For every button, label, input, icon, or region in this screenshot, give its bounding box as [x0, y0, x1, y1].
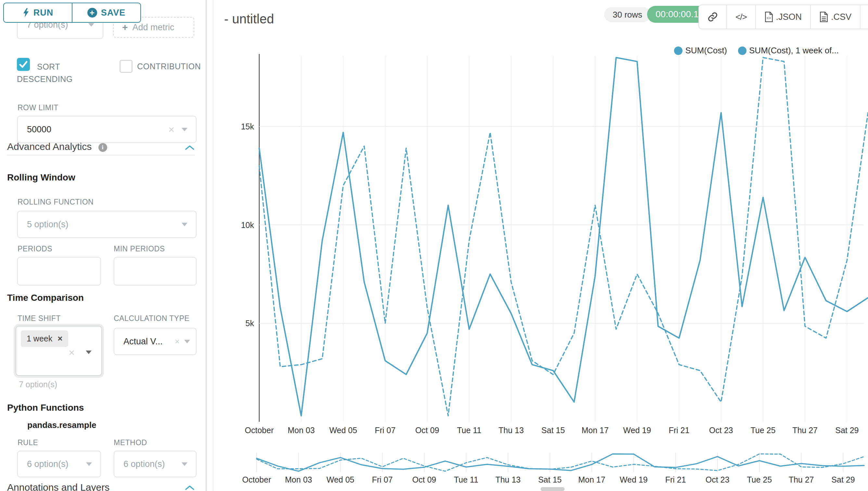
svg-text:Oct 23: Oct 23	[709, 426, 733, 435]
method-value: 6 option(s)	[123, 459, 182, 469]
method-select[interactable]: 6 option(s)	[114, 451, 196, 478]
run-button[interactable]: RUN	[4, 3, 72, 22]
svg-text:Thu 13: Thu 13	[495, 475, 521, 484]
code-icon: </>	[736, 12, 747, 22]
series-line-0[interactable]	[259, 58, 868, 416]
info-icon[interactable]: i	[98, 143, 107, 152]
svg-text:Wed 19: Wed 19	[620, 475, 648, 484]
rolling-function-label: ROLLING FUNCTION	[18, 198, 94, 206]
svg-text:Mon 03: Mon 03	[285, 475, 312, 484]
copy-link-button[interactable]	[699, 5, 726, 29]
svg-text:5k: 5k	[246, 319, 254, 328]
add-metric-label: Add metric	[132, 23, 175, 32]
calculation-type-value: Actual V...	[123, 337, 175, 347]
clear-icon[interactable]: ×	[168, 124, 175, 135]
rule-label: RULE	[18, 438, 38, 447]
json-file-icon: <>	[764, 11, 773, 23]
rolling-function-select[interactable]: 5 option(s)	[17, 211, 196, 238]
panel-resizer[interactable]	[206, 0, 207, 491]
svg-text:Sat 29: Sat 29	[835, 426, 859, 435]
svg-text:Oct 23: Oct 23	[706, 475, 730, 484]
caret-down-icon	[182, 128, 187, 132]
svg-text:Oct 09: Oct 09	[415, 426, 439, 435]
min-periods-label: MIN PERIODS	[114, 244, 165, 253]
rule-select[interactable]: 6 option(s)	[17, 451, 101, 478]
chevron-up-icon[interactable]	[185, 145, 194, 150]
tag-close-icon[interactable]: ×	[58, 334, 62, 344]
caret-down-icon	[182, 223, 187, 226]
svg-text:Mon 17: Mon 17	[582, 426, 609, 435]
row-limit-select[interactable]: 50000 ×	[17, 116, 196, 143]
rule-value: 6 option(s)	[27, 459, 86, 469]
legend-label: SUM(Cost)	[685, 46, 727, 56]
row-count-badge: 30 rows	[604, 7, 651, 22]
contribution-label[interactable]: CONTRIBUTION	[137, 62, 201, 71]
time-shift-tag[interactable]: 1 week ×	[21, 330, 68, 347]
periods-label: PERIODS	[18, 244, 52, 253]
caret-down-icon	[86, 350, 92, 354]
calculation-type-select[interactable]: Actual V... ×	[114, 328, 196, 355]
svg-text:Tue 11: Tue 11	[454, 475, 478, 484]
plus-circle-icon: +	[87, 8, 97, 18]
svg-text:October: October	[245, 426, 274, 435]
periods-input[interactable]	[17, 257, 101, 286]
legend-item[interactable]: SUM(Cost), 1 week of...	[738, 46, 839, 56]
export-toolbar: </> <> .JSON .CSV	[699, 4, 868, 29]
svg-text:Sat 29: Sat 29	[831, 475, 855, 484]
legend-item[interactable]: SUM(Cost)	[674, 46, 727, 56]
svg-text:Wed 19: Wed 19	[623, 426, 651, 435]
clear-icon[interactable]: ×	[68, 347, 75, 358]
control-panel: RUN + SAVE 7 option(s) + Add metric SORT…	[0, 0, 213, 491]
section-divider	[7, 155, 195, 155]
svg-text:Fri 21: Fri 21	[669, 426, 689, 435]
pane-border	[213, 0, 213, 491]
time-shift-hint: 7 option(s)	[19, 380, 57, 389]
x-gridlines	[301, 56, 847, 422]
caret-down-icon	[182, 462, 187, 466]
time-shift-multiselect[interactable]: 1 week × ×	[16, 326, 102, 376]
svg-text:Thu 27: Thu 27	[792, 426, 818, 435]
method-label: METHOD	[114, 438, 147, 447]
svg-text:Thu 13: Thu 13	[498, 426, 524, 435]
advanced-analytics-header[interactable]: Advanced Analytics i	[7, 141, 107, 152]
contribution-checkbox[interactable]	[120, 60, 132, 73]
mini-series-line-1	[257, 454, 864, 471]
annotations-header[interactable]: Annotations and Layers	[7, 482, 110, 491]
svg-text:Tue 25: Tue 25	[750, 426, 775, 435]
export-csv-button[interactable]: .CSV	[810, 5, 860, 29]
scrollbar-thumb[interactable]	[540, 487, 565, 491]
rolling-window-title: Rolling Window	[7, 172, 75, 183]
clear-icon[interactable]: ×	[175, 337, 180, 346]
caret-down-icon	[184, 340, 190, 343]
svg-text:Tue 11: Tue 11	[457, 426, 482, 435]
plus-icon: +	[122, 22, 128, 33]
svg-text:Fri 07: Fri 07	[372, 475, 393, 484]
svg-text:Thu 27: Thu 27	[789, 475, 814, 484]
row-limit-label: ROW LIMIT	[18, 104, 59, 112]
min-periods-input[interactable]	[114, 257, 196, 286]
svg-text:Sat 15: Sat 15	[541, 426, 565, 435]
svg-text:Wed 05: Wed 05	[330, 426, 357, 435]
svg-text:<>: <>	[766, 16, 771, 20]
embed-code-button[interactable]: </>	[726, 5, 755, 29]
svg-text:Fri 21: Fri 21	[665, 475, 686, 484]
series-line-1[interactable]	[259, 58, 868, 416]
svg-text:Mon 03: Mon 03	[288, 426, 315, 435]
svg-text:15k: 15k	[241, 122, 254, 131]
rolling-function-value: 5 option(s)	[27, 220, 182, 230]
chart-title[interactable]: - untitled	[224, 12, 274, 26]
svg-text:Fri 07: Fri 07	[375, 426, 396, 435]
chart-menu-button[interactable]	[860, 5, 868, 29]
save-button[interactable]: + SAVE	[72, 3, 140, 22]
bolt-icon	[23, 8, 30, 18]
chevron-up-icon[interactable]	[185, 485, 194, 490]
svg-text:Wed 05: Wed 05	[327, 475, 354, 484]
sort-descending-label[interactable]: SORT DESCENDING	[17, 60, 90, 85]
svg-text:Tue 25: Tue 25	[747, 475, 772, 484]
python-functions-title: Python Functions	[7, 403, 84, 413]
export-json-button[interactable]: <> .JSON	[755, 5, 810, 29]
advanced-analytics-title: Advanced Analytics	[7, 141, 92, 152]
chart-legend: SUM(Cost) SUM(Cost), 1 week of...	[674, 46, 839, 56]
svg-text:Sat 15: Sat 15	[538, 475, 562, 484]
caret-down-icon	[88, 23, 94, 27]
